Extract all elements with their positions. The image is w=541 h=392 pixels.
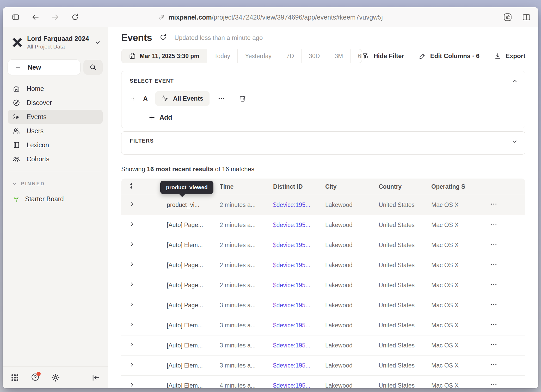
sidebar-item-users[interactable]: Users (8, 124, 103, 138)
cell-distinct-id[interactable]: $device:195... (273, 322, 325, 329)
edit-columns-button[interactable]: Edit Columns · 6 (419, 52, 479, 60)
cell-distinct-id[interactable]: $device:195... (273, 262, 325, 269)
cell-event[interactable]: product_vi... (167, 201, 220, 209)
row-expander-chevron-icon[interactable] (129, 281, 135, 287)
header-country[interactable]: Country (379, 183, 431, 190)
add-event-button[interactable]: Add (149, 114, 517, 121)
date-picker[interactable]: Mar 11, 2025 3:30 pm (121, 49, 207, 63)
more-options-icon[interactable] (217, 95, 225, 102)
cell-distinct-id[interactable]: $device:195... (273, 201, 325, 209)
table-row[interactable]: [Auto] Elem...3 minutes a...$device:195.… (121, 355, 525, 375)
events-table: product_viewed Time Distinct ID City Cou… (121, 179, 525, 388)
table-row[interactable]: [Auto] Elem...3 minutes a...$device:195.… (121, 315, 525, 335)
export-button[interactable]: Export (494, 52, 525, 60)
cell-distinct-id[interactable]: $device:195... (273, 382, 325, 389)
address-bar[interactable]: mixpanel.com/project/3472420/view/397469… (158, 13, 383, 21)
row-expander-chevron-icon[interactable] (129, 382, 135, 388)
preset-30d[interactable]: 30D (302, 49, 327, 63)
row-actions-icon[interactable] (490, 240, 498, 248)
cell-distinct-id[interactable]: $device:195... (273, 222, 325, 229)
cell-event[interactable]: [Auto] Elem... (167, 322, 220, 329)
split-view-icon[interactable] (522, 13, 531, 22)
cell-event[interactable]: [Auto] Elem... (167, 342, 220, 349)
chevron-up-icon[interactable] (512, 78, 518, 84)
search-button[interactable] (83, 60, 103, 75)
row-expander-chevron-icon[interactable] (129, 302, 135, 307)
row-actions-icon[interactable] (490, 280, 498, 288)
page-settings-icon[interactable] (503, 13, 512, 22)
row-actions-icon[interactable] (490, 260, 498, 268)
hide-filter-button[interactable]: Hide Filter (362, 52, 404, 60)
sidebar-item-home[interactable]: Home (8, 82, 103, 96)
drag-handle-icon[interactable] (130, 96, 136, 101)
row-actions-icon[interactable] (490, 301, 498, 308)
row-expander-chevron-icon[interactable] (129, 362, 135, 368)
sidebar-toggle-button[interactable] (10, 11, 21, 23)
row-actions-icon[interactable] (490, 381, 498, 388)
forward-button[interactable] (50, 11, 61, 23)
cell-distinct-id[interactable]: $device:195... (273, 302, 325, 309)
preset-3m[interactable]: 3M (327, 49, 351, 63)
sidebar-item-discover[interactable]: Discover (8, 96, 103, 110)
header-time[interactable]: Time (220, 183, 273, 190)
collapse-rows-icon[interactable] (128, 182, 135, 189)
workspace-switcher[interactable]: Lord Farquaad 2024 All Project Data (8, 33, 103, 50)
pinned-section-header[interactable]: PINNED (8, 181, 103, 187)
preset-7d[interactable]: 7D (279, 49, 302, 63)
preset-today[interactable]: Today (207, 49, 238, 63)
event-selector-chip[interactable]: All Events (155, 91, 210, 106)
row-expander-chevron-icon[interactable] (129, 221, 135, 227)
cell-distinct-id[interactable]: $device:195... (273, 242, 325, 249)
help-button[interactable] (31, 373, 40, 383)
refresh-button[interactable] (159, 33, 167, 42)
preset-yesterday[interactable]: Yesterday (238, 49, 279, 63)
settings-gear-icon[interactable] (51, 373, 60, 382)
table-row[interactable]: [Auto] Elem...3 minutes a...$device:195.… (121, 335, 525, 355)
apps-grid-icon[interactable] (10, 373, 19, 382)
row-actions-icon[interactable] (490, 220, 498, 228)
new-button[interactable]: New (8, 60, 80, 75)
table-row[interactable]: [Auto] Elem...4 minutes a...$device:195.… (121, 375, 525, 388)
row-expander-chevron-icon[interactable] (129, 261, 135, 267)
collapse-sidebar-icon[interactable] (91, 373, 100, 382)
row-expander-chevron-icon[interactable] (129, 201, 135, 207)
row-actions-icon[interactable] (490, 321, 498, 328)
cell-distinct-id[interactable]: $device:195... (273, 342, 325, 349)
table-row[interactable]: [Auto] Page...2 minutes a...$device:195.… (121, 215, 525, 235)
cell-event[interactable]: [Auto] Page... (167, 222, 220, 229)
row-actions-icon[interactable] (490, 200, 498, 208)
cell-distinct-id[interactable]: $device:195... (273, 282, 325, 289)
trash-icon[interactable] (239, 95, 247, 102)
table-row[interactable]: [Auto] Page...2 minutes a...$device:195.… (121, 275, 525, 295)
row-actions-icon[interactable] (490, 341, 498, 348)
new-button-label: New (28, 64, 41, 71)
header-os[interactable]: Operating S (431, 183, 489, 190)
sidebar-item-cohorts[interactable]: Cohorts (8, 152, 103, 166)
row-expander-chevron-icon[interactable] (129, 322, 135, 327)
table-row[interactable]: [Auto] Page...3 minutes a...$device:195.… (121, 295, 525, 315)
cell-event[interactable]: [Auto] Page... (167, 282, 220, 289)
cell-country: United States (379, 242, 431, 249)
sidebar-item-starter-board[interactable]: Starter Board (8, 192, 103, 206)
table-row[interactable]: product_vi...2 minutes a...$device:195..… (121, 195, 525, 215)
cell-event[interactable]: [Auto] Page... (167, 302, 220, 309)
row-actions-icon[interactable] (490, 361, 498, 369)
table-row[interactable]: [Auto] Page...2 minutes a...$device:195.… (121, 255, 525, 275)
cell-event[interactable]: [Auto] Elem... (167, 362, 220, 369)
table-row[interactable]: [Auto] Elem...2 minutes a...$device:195.… (121, 235, 525, 255)
sidebar-item-lexicon[interactable]: Lexicon (8, 138, 103, 152)
row-expander-chevron-icon[interactable] (129, 342, 135, 347)
reload-button[interactable] (69, 11, 81, 23)
preset-6m[interactable]: 6M (351, 49, 362, 63)
cell-event[interactable]: [Auto] Elem... (167, 382, 220, 389)
sidebar-item-label: Cohorts (27, 155, 50, 163)
sidebar-item-events[interactable]: Events (8, 110, 103, 124)
cell-event[interactable]: [Auto] Elem... (167, 242, 220, 249)
chevron-down-icon[interactable] (512, 138, 518, 145)
back-button[interactable] (30, 11, 41, 23)
cell-event[interactable]: [Auto] Page... (167, 262, 220, 269)
header-distinct-id[interactable]: Distinct ID (273, 183, 325, 190)
header-city[interactable]: City (325, 183, 379, 190)
cell-distinct-id[interactable]: $device:195... (273, 362, 325, 369)
row-expander-chevron-icon[interactable] (129, 241, 135, 247)
